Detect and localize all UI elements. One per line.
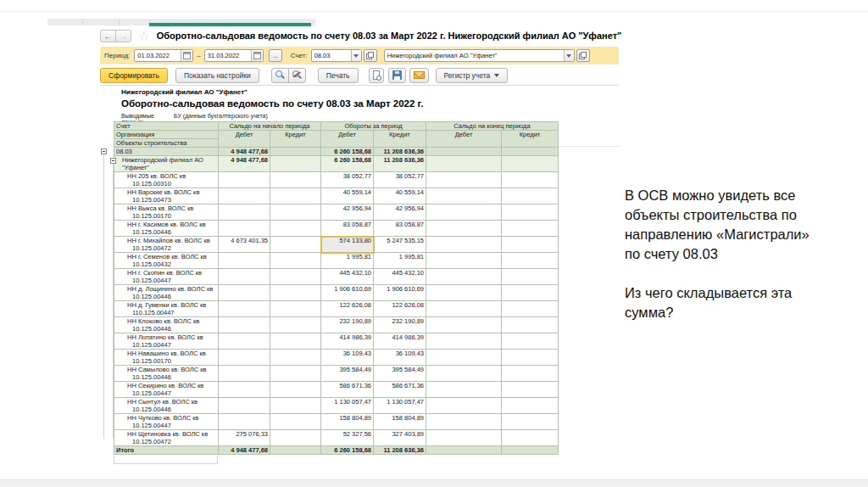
table-cell[interactable]: 158 804,89 <box>374 414 426 430</box>
table-cell[interactable]: 1 130 057,47 <box>374 398 426 414</box>
table-cell[interactable]: 1 130 057,47 <box>321 398 374 414</box>
table-cell[interactable] <box>426 301 502 317</box>
account-input[interactable]: 08.03 <box>312 52 351 59</box>
header-closing-balance[interactable]: Сальдо на конец периода <box>426 122 559 131</box>
expand-collapse-icon[interactable] <box>110 158 116 164</box>
header-construction-objects[interactable]: Объекты строительства <box>114 139 219 148</box>
table-cell[interactable] <box>270 333 321 350</box>
table-cell[interactable] <box>270 285 321 301</box>
table-cell[interactable] <box>502 350 559 366</box>
table-cell[interactable] <box>270 221 321 237</box>
table-cell[interactable] <box>502 269 559 285</box>
send-email-button[interactable] <box>409 68 429 83</box>
table-cell[interactable] <box>502 301 559 317</box>
table-cell[interactable]: 1 906 610,69 <box>321 285 374 301</box>
table-cell[interactable]: 52 327,56 <box>321 430 374 446</box>
organization-cell[interactable]: Нижегородский филиал АО "Уфанет" <box>114 156 219 172</box>
table-cell[interactable] <box>270 148 321 156</box>
table-cell[interactable] <box>219 301 270 317</box>
table-cell[interactable]: 6 260 158,68 <box>321 148 374 156</box>
object-name-cell[interactable]: НН д. Лощинино кв. ВОЛС кв10.125.00446 <box>114 285 219 301</box>
object-name-cell[interactable]: НН Самылово кв. ВОЛС кв10.125.00446 <box>114 366 219 382</box>
date-from-input[interactable]: 01.03.2022 <box>135 52 181 59</box>
account-dropdown-button[interactable] <box>351 50 361 61</box>
table-cell[interactable]: 40 559,14 <box>321 188 374 204</box>
table-cell[interactable]: 445 432,10 <box>374 269 426 285</box>
table-cell[interactable]: 11 208 636,36 <box>374 446 426 455</box>
forward-button[interactable]: → <box>115 30 131 42</box>
table-cell[interactable] <box>502 366 559 382</box>
table-cell[interactable] <box>502 430 559 446</box>
table-cell[interactable] <box>270 350 321 366</box>
table-cell[interactable] <box>502 188 559 204</box>
table-cell[interactable] <box>270 398 321 414</box>
date-from-calendar-button[interactable] <box>181 50 192 61</box>
table-cell[interactable]: 395 584,49 <box>321 366 374 382</box>
object-name-cell[interactable]: НН г. Касимов кв. ВОЛС кв10.125.00446 <box>114 221 219 237</box>
object-name-cell[interactable]: НН Щетиновка кв. ВОЛС кв10.125.00472 <box>114 430 219 446</box>
table-cell[interactable] <box>270 301 321 317</box>
table-cell[interactable]: 83 058,87 <box>374 221 426 237</box>
favorite-star-icon[interactable]: ☆ <box>139 31 149 42</box>
table-cell[interactable] <box>219 382 270 398</box>
expand-collapse-icon[interactable] <box>101 148 107 154</box>
table-cell[interactable]: 42 956,94 <box>374 204 426 221</box>
table-cell[interactable]: 42 956,94 <box>321 204 374 221</box>
account-cell[interactable]: 08.03 <box>114 148 219 156</box>
table-cell[interactable] <box>219 398 270 414</box>
table-cell[interactable]: 574 133,80 <box>321 237 374 253</box>
table-cell[interactable] <box>219 269 270 285</box>
print-preview-button[interactable] <box>369 68 384 83</box>
table-cell[interactable] <box>270 269 321 285</box>
table-cell[interactable] <box>426 188 502 204</box>
total-label-cell[interactable]: Итого <box>114 446 219 455</box>
object-name-cell[interactable]: НН Сынтул кв. ВОЛС кв10.125.00446 <box>114 398 219 414</box>
table-cell[interactable]: 4 948 477,68 <box>219 156 270 172</box>
table-cell[interactable]: 414 986,39 <box>321 333 374 350</box>
table-cell[interactable]: 586 671,36 <box>374 382 426 398</box>
table-cell[interactable] <box>219 285 270 301</box>
table-cell[interactable]: 83 058,87 <box>321 221 374 237</box>
date-to-input[interactable]: 31.03.2022 <box>205 52 251 59</box>
table-cell[interactable] <box>219 414 270 430</box>
table-cell[interactable] <box>502 414 559 430</box>
back-button[interactable]: ← <box>100 30 116 42</box>
table-cell[interactable] <box>270 156 321 172</box>
object-name-cell[interactable]: НН Секирино кв. ВОЛС кв10.125.00447 <box>114 382 219 398</box>
table-cell[interactable]: 122 626,08 <box>321 301 374 317</box>
table-cell[interactable] <box>502 156 559 172</box>
show-settings-button[interactable]: Показать настройки <box>175 68 259 83</box>
table-cell[interactable] <box>502 221 559 237</box>
table-cell[interactable] <box>426 285 502 301</box>
table-cell[interactable]: 36 109,43 <box>374 350 426 366</box>
object-name-cell[interactable]: НН Выкса кв. ВОЛС кв10.125.00170 <box>114 204 219 221</box>
table-cell[interactable]: 1 906 610,69 <box>374 285 426 301</box>
table-cell[interactable]: 6 260 158,68 <box>321 446 374 455</box>
table-cell[interactable]: 1 995,81 <box>321 253 374 269</box>
table-cell[interactable] <box>502 204 559 221</box>
table-cell[interactable] <box>270 172 321 188</box>
organization-dropdown-button[interactable] <box>564 50 574 61</box>
table-cell[interactable] <box>426 204 502 221</box>
table-cell[interactable] <box>219 253 270 269</box>
table-cell[interactable]: 5 247 535,15 <box>374 237 426 253</box>
table-cell[interactable]: 1 995,81 <box>374 253 426 269</box>
period-more-button[interactable]: ... <box>269 49 282 62</box>
table-cell[interactable] <box>219 350 270 366</box>
table-cell[interactable] <box>426 430 502 446</box>
object-name-cell[interactable]: НН Клоково кв. ВОЛС кв10.125.00446 <box>114 317 219 333</box>
table-cell[interactable]: 445 432,10 <box>321 269 374 285</box>
object-name-cell[interactable]: НН Чутково кв. ВОЛС кв10.125.00447 <box>114 414 219 430</box>
table-cell[interactable]: 6 260 158,68 <box>321 156 374 172</box>
table-cell[interactable] <box>426 221 502 237</box>
table-cell[interactable]: 232 190,89 <box>321 317 374 333</box>
table-cell[interactable] <box>426 398 502 414</box>
table-cell[interactable] <box>502 285 559 301</box>
table-cell[interactable] <box>502 382 559 398</box>
table-cell[interactable] <box>426 148 502 156</box>
table-cell[interactable] <box>270 188 321 204</box>
table-cell[interactable] <box>426 350 502 366</box>
header-debit[interactable]: Дебет <box>321 131 374 148</box>
table-cell[interactable] <box>219 172 270 188</box>
table-cell[interactable] <box>219 366 270 382</box>
